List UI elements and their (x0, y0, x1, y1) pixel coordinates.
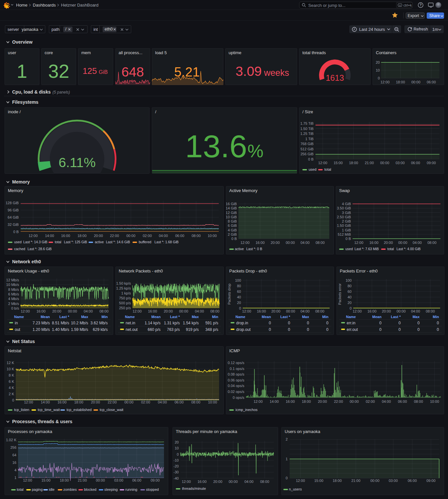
svg-text:12 Mb/s: 12 Mb/s (6, 278, 19, 282)
svg-text:04:00: 04:00 (158, 400, 167, 404)
svg-text:Last *: Last * (59, 315, 70, 319)
svg-text:buffered: buffered (139, 240, 151, 244)
svg-text:00:00: 00:00 (286, 309, 295, 313)
svg-text:20:00: 20:00 (271, 241, 280, 245)
svg-text:16:00: 16:00 (255, 241, 265, 245)
svg-text:err.out: err.out (347, 327, 358, 332)
svg-text:256: 256 (10, 445, 16, 449)
svg-text:6 GiB: 6 GiB (228, 224, 237, 228)
svg-text:stopped: stopped (146, 488, 159, 491)
svg-text:total: total (17, 488, 24, 491)
svg-text:0: 0 (239, 306, 241, 310)
svg-text:13.6: 13.6 (185, 128, 247, 164)
svg-text:04:00: 04:00 (411, 309, 420, 313)
svg-text:6 K: 6 K (9, 380, 14, 383)
svg-text:08:00: 08:00 (210, 309, 219, 313)
svg-text:20:00: 20:00 (318, 400, 327, 403)
svg-text:21:00: 21:00 (78, 478, 87, 482)
svg-text:active: active (235, 247, 244, 251)
svg-text:0 B: 0 B (308, 157, 314, 161)
svg-text:348 p/s: 348 p/s (205, 327, 218, 332)
svg-text:Packets drop: Packets drop (227, 284, 231, 305)
svg-text:Last *: 14.6 GiB: Last *: 14.6 GiB (106, 240, 130, 244)
svg-text:20:00: 20:00 (271, 309, 280, 313)
svg-text:0: 0 (269, 327, 271, 332)
svg-text:00:00: 00:00 (398, 241, 407, 245)
svg-text:1.14 kp/s: 1.14 kp/s (145, 321, 161, 325)
svg-text:32 GiB: 32 GiB (8, 223, 19, 227)
svg-text:08:00: 08:00 (316, 241, 325, 245)
svg-text:15:00: 15:00 (334, 161, 343, 165)
svg-text:0.08 ops/s: 0.08 ops/s (228, 372, 244, 376)
svg-text:09:00: 09:00 (151, 478, 160, 482)
svg-text:0: 0 (417, 327, 420, 332)
svg-text:21:00: 21:00 (365, 161, 374, 165)
svg-text:2 GiB: 2 GiB (228, 232, 237, 236)
svg-text:08:00: 08:00 (99, 309, 109, 313)
svg-text:3.50 GiB: 3.50 GiB (337, 206, 351, 210)
svg-text:1 TiB: 1 TiB (305, 137, 314, 141)
svg-text:0: 0 (288, 327, 290, 332)
svg-text:1: 1 (286, 457, 288, 461)
svg-text:16:00: 16:00 (57, 400, 67, 404)
svg-text:10:00: 10:00 (208, 400, 217, 404)
svg-text:18:00: 18:00 (333, 479, 342, 483)
svg-text:512 MiB: 512 MiB (338, 232, 351, 236)
svg-text:00:00: 00:00 (350, 400, 359, 403)
svg-text:8 GiB: 8 GiB (228, 219, 237, 223)
svg-text:Packets error: Packets error (338, 283, 342, 305)
svg-text:Max: Max (81, 315, 88, 319)
svg-text:4 Mb/s: 4 Mb/s (8, 297, 19, 301)
svg-text:0: 0 (398, 327, 401, 332)
svg-text:648: 648 (121, 64, 144, 79)
svg-text:08:00: 08:00 (315, 309, 324, 313)
svg-text:1.25 TiB: 1.25 TiB (300, 132, 314, 136)
svg-text:18:00: 18:00 (74, 400, 83, 404)
svg-text:running: running (125, 488, 137, 491)
svg-text:Mean: Mean (262, 315, 271, 319)
svg-text:Last *: 7.63 MiB: Last *: 7.63 MiB (355, 247, 379, 251)
svg-text:idle: idle (49, 488, 54, 491)
svg-text:08:00: 08:00 (260, 480, 269, 484)
svg-text:2 Mb/s: 2 Mb/s (8, 302, 19, 306)
svg-text:512 GiB: 512 GiB (300, 147, 314, 151)
svg-text:used: used (345, 247, 353, 251)
svg-text:00:00: 00:00 (179, 309, 188, 313)
svg-text:-10: -10 (173, 458, 179, 462)
svg-text:6 Mb/s: 6 Mb/s (8, 292, 19, 296)
svg-text:919 p/s: 919 p/s (186, 327, 199, 332)
svg-text:out: out (15, 327, 20, 332)
svg-text:02:00: 02:00 (141, 400, 150, 404)
svg-text:60: 60 (237, 290, 241, 293)
svg-text:04:00: 04:00 (300, 309, 310, 313)
svg-text:20:00: 20:00 (384, 241, 393, 245)
svg-text:0.04 ops/s: 0.04 ops/s (228, 384, 244, 388)
svg-text:tcp_close_wait: tcp_close_wait (100, 408, 123, 412)
svg-text:15:00: 15:00 (314, 479, 323, 483)
svg-text:12:00: 12:00 (182, 480, 191, 484)
svg-text:net.out: net.out (126, 327, 138, 332)
svg-text:threads/minute: threads/minute (182, 487, 206, 490)
svg-text:7.23 Mb/s: 7.23 Mb/s (32, 321, 50, 325)
svg-text:32: 32 (48, 60, 70, 82)
svg-text:10:00: 10:00 (208, 234, 217, 238)
svg-text:16:00: 16:00 (286, 400, 295, 403)
svg-text:Last *: Last * (170, 315, 180, 319)
svg-text:drop.in: drop.in (236, 321, 248, 325)
svg-text:16:00: 16:00 (36, 309, 46, 313)
svg-text:Max: Max (192, 315, 199, 319)
svg-text:16 GiB: 16 GiB (226, 202, 237, 206)
svg-text:09:00: 09:00 (427, 161, 436, 165)
svg-text:1.40 Mb/s: 1.40 Mb/s (52, 327, 69, 332)
svg-text:Last *: 0 B: Last *: 0 B (246, 247, 262, 251)
svg-text:21:00: 21:00 (351, 479, 360, 483)
svg-text:12:00: 12:00 (296, 479, 305, 483)
svg-text:1.20 Mb/s: 1.20 Mb/s (32, 327, 50, 332)
svg-text:8.51 Mb/s: 8.51 Mb/s (52, 321, 69, 325)
svg-text:1.02 K: 1.02 K (6, 438, 16, 442)
svg-text:14:00: 14:00 (45, 234, 54, 238)
svg-text:00:00: 00:00 (411, 80, 420, 84)
svg-text:GiB: GiB (99, 69, 108, 75)
svg-text:08:00: 08:00 (427, 241, 437, 245)
svg-text:18:00: 18:00 (60, 478, 69, 482)
